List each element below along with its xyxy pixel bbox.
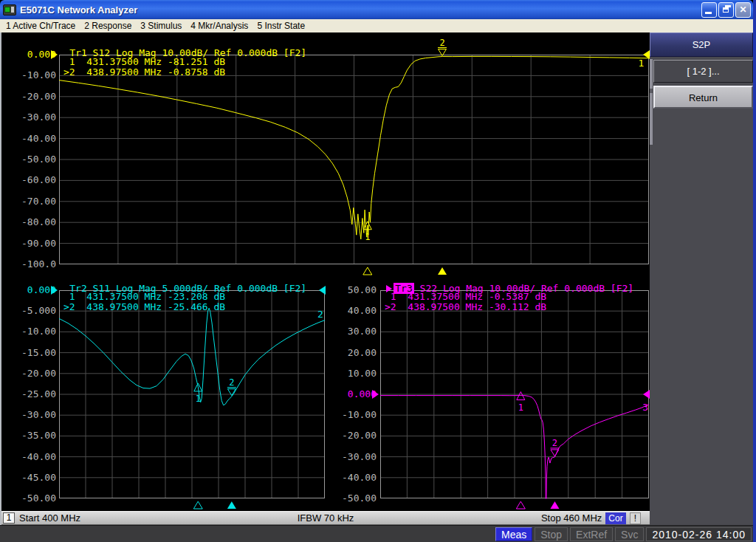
softkey-ports-button[interactable]: [ 1-2 ]... — [653, 60, 753, 83]
softkey-return-button[interactable]: Return — [653, 86, 753, 109]
svg-text:2: 2 — [229, 377, 234, 388]
y-axis-label: -50.00 — [4, 154, 56, 165]
y-axis-label: -20.00 — [4, 368, 56, 380]
meas-status-indicator: Meas — [495, 527, 532, 541]
y-axis-label: -40.00 — [4, 133, 56, 145]
svg-text:1: 1 — [638, 58, 644, 69]
display-column: Tr1 S12 Log Mag 10.00dB/ Ref 0.000dB [F2… — [0, 32, 650, 525]
restore-icon — [723, 7, 729, 13]
minimize-button[interactable] — [701, 2, 717, 18]
y-axis-label: 30.00 — [325, 326, 377, 337]
restore-button[interactable] — [718, 2, 734, 18]
y-axis-label: -50.00 — [325, 493, 377, 504]
close-button[interactable]: ✕ — [735, 2, 751, 18]
datetime-display: 2010-02-26 14:00 — [646, 527, 752, 541]
y-axis-label: -10.00 — [4, 326, 56, 337]
svg-text:3: 3 — [642, 402, 648, 413]
y-axis-label: -80.00 — [4, 216, 56, 228]
y-axis-label: -20.00 — [325, 430, 377, 442]
channel-status-bar: 1 Start 400 MHz IFBW 70 kHz Stop 460 MHz… — [1, 511, 650, 525]
y-axis-label: -100.0 — [4, 258, 56, 270]
y-axis-label: -70.00 — [4, 196, 56, 207]
y-axis-label: -10.00 — [325, 409, 377, 421]
svg-text:1: 1 — [196, 394, 201, 404]
y-axis-label: -50.00 — [4, 493, 56, 504]
y-axis-label: -40.00 — [4, 451, 56, 463]
softkey-scroll-strip — [650, 59, 653, 145]
minimize-icon — [705, 12, 712, 14]
y-axis-label: -40.00 — [325, 472, 377, 484]
window-title: E5071C Network Analyzer — [20, 4, 701, 16]
y-axis-label: -90.00 — [4, 238, 56, 250]
ifbw-label: IFBW 70 kHz — [1, 512, 650, 524]
y-axis-label: 40.00 — [325, 305, 377, 317]
trace3-marker-readout: 1 431.37500 MHz -0.5387 dB >2 438.97500 … — [385, 292, 546, 312]
app-window: E5071C Network Analyzer ✕ 1 Active Ch/Tr… — [0, 0, 756, 542]
title-bar[interactable]: E5071C Network Analyzer ✕ — [0, 0, 753, 19]
menu-item-stimulus[interactable]: 3 Stimulus — [136, 21, 186, 31]
svg-text:1: 1 — [518, 402, 523, 413]
svg-text:2: 2 — [552, 438, 557, 448]
y-axis-label: 0.000 — [325, 388, 377, 400]
y-axis-label: -10.00 — [4, 69, 56, 81]
y-axis-label: -30.00 — [4, 112, 56, 123]
y-axis-label: -5.000 — [4, 305, 56, 317]
stop-status-indicator: Stop — [535, 527, 568, 541]
softkey-s2p-button[interactable]: S2P — [650, 32, 753, 57]
status-bar: Meas Stop ExtRef Svc 2010-02-26 14:00 — [0, 525, 753, 542]
y-axis-label: -60.00 — [4, 174, 56, 186]
y-axis-label: -30.00 — [4, 409, 56, 421]
trace2-marker-readout: 1 431.37500 MHz -23.208 dB >2 438.97500 … — [63, 292, 225, 312]
close-icon: ✕ — [739, 5, 746, 14]
app-icon — [3, 4, 16, 16]
menu-item-active-ch-trace[interactable]: 1 Active Ch/Trace — [1, 21, 80, 31]
menu-item-mkr-analysis[interactable]: 4 Mkr/Analysis — [186, 21, 252, 31]
trace1-marker-readout: 1 431.37500 MHz -81.251 dB >2 438.97500 … — [63, 57, 225, 77]
y-axis-label: -15.00 — [4, 347, 56, 359]
y-axis-label: -35.00 — [4, 430, 56, 442]
svg-text:2: 2 — [439, 37, 444, 47]
menu-bar: 1 Active Ch/Trace 2 Response 3 Stimulus … — [0, 19, 753, 32]
softkey-panel: S2P [ 1-2 ]... Return — [650, 32, 753, 525]
instrument-display: Tr1 S12 Log Mag 10.00dB/ Ref 0.000dB [F2… — [1, 32, 650, 511]
y-axis-label: -30.00 — [325, 451, 377, 463]
y-axis-label: -20.00 — [4, 91, 56, 103]
extref-status-indicator: ExtRef — [570, 527, 613, 541]
svg-text:2: 2 — [317, 309, 323, 320]
svg-text:1: 1 — [365, 232, 370, 242]
y-axis-label: -45.00 — [4, 472, 56, 484]
y-axis-label: 10.00 — [325, 368, 377, 380]
y-axis-label: 20.00 — [325, 347, 377, 359]
menu-item-instr-state[interactable]: 5 Instr State — [252, 21, 309, 31]
y-axis-label: -25.00 — [4, 388, 56, 400]
svc-status-indicator: Svc — [615, 527, 644, 541]
menu-item-response[interactable]: 2 Response — [80, 21, 136, 31]
